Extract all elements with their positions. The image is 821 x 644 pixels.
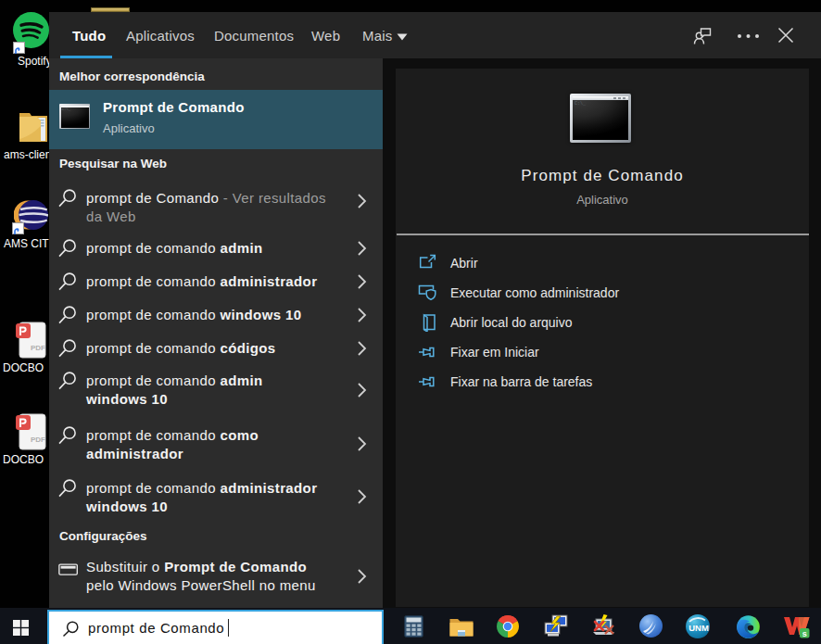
svg-text:s: s — [802, 629, 807, 638]
svg-text:PDF: PDF — [31, 436, 45, 444]
svg-text:UNM: UNM — [688, 623, 709, 633]
svg-text:PDF: PDF — [31, 344, 45, 352]
